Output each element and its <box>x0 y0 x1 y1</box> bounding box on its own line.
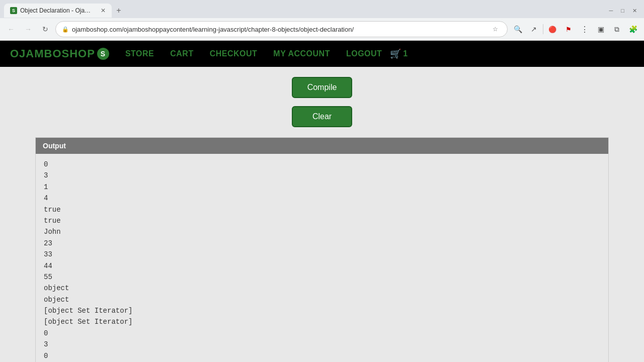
output-line: 1 <box>44 182 600 193</box>
output-line: 0 <box>44 159 600 170</box>
window-controls: ─ □ ✕ <box>606 7 640 15</box>
output-line: 33 <box>44 249 600 260</box>
tab-bar: S Object Declaration - Ojamb... ✕ + ─ □ … <box>0 0 644 18</box>
output-line: 55 <box>44 272 600 283</box>
back-button[interactable]: ← <box>4 22 18 36</box>
output-line: 0 <box>44 350 600 361</box>
nav-logout[interactable]: LOGOUT <box>338 49 390 58</box>
bookmark-button[interactable]: ☆ <box>489 23 501 35</box>
cart-icon: 🛒 <box>390 48 401 59</box>
address-actions: ☆ <box>489 23 501 35</box>
tab-favicon: S <box>10 7 17 14</box>
tab-close-button[interactable]: ✕ <box>101 7 106 14</box>
nav-checkout[interactable]: CHECKOUT <box>202 49 266 58</box>
split-button[interactable]: ⧉ <box>610 22 624 36</box>
output-line: 3 <box>44 170 600 181</box>
clear-button[interactable]: Clear <box>292 106 352 127</box>
nav-store[interactable]: STORE <box>117 49 162 58</box>
nav-cart-icon-area[interactable]: 🛒 1 <box>390 48 408 59</box>
nav-logo[interactable]: OJAMBOSHOP S <box>10 47 109 60</box>
search-button[interactable]: 🔍 <box>511 22 525 36</box>
tab-title: Object Declaration - Ojamb... <box>20 7 96 14</box>
active-tab[interactable]: S Object Declaration - Ojamb... ✕ <box>4 4 112 18</box>
output-line: 4 <box>44 193 600 204</box>
output-line: object <box>44 294 600 305</box>
lock-icon: 🔒 <box>62 26 69 33</box>
nav-my-account[interactable]: MY ACCOUNT <box>265 49 338 58</box>
main-content: Compile Clear Output 0314truetrueJohn233… <box>0 67 644 362</box>
site-nav: OJAMBOSHOP S STORE CART CHECKOUT MY ACCO… <box>0 41 644 67</box>
forward-button[interactable]: → <box>21 22 35 36</box>
output-line: 0 <box>44 328 600 339</box>
nav-logo-icon: S <box>97 48 109 60</box>
browser-chrome: S Object Declaration - Ojamb... ✕ + ─ □ … <box>0 0 644 41</box>
toolbar-right: 🔍 ↗ 🔴 ⚑ ⋮ ▣ ⧉ 🧩 <box>511 22 640 36</box>
share-button[interactable]: ↗ <box>527 22 541 36</box>
output-line: John <box>44 226 600 237</box>
close-button[interactable]: ✕ <box>629 7 640 15</box>
output-line: true <box>44 215 600 226</box>
toolbar-separator <box>543 24 543 34</box>
shield-button[interactable]: ⚑ <box>561 22 576 36</box>
url-input[interactable] <box>72 26 486 33</box>
output-panel: Output 0314truetrueJohn23334455objectobj… <box>35 137 609 362</box>
maximize-button[interactable]: □ <box>618 7 627 15</box>
browser-toolbar: ← → ↻ 🔒 ☆ 🔍 ↗ 🔴 ⚑ ⋮ ▣ ⧉ 🧩 <box>0 18 644 40</box>
minimize-button[interactable]: ─ <box>606 7 616 15</box>
output-header: Output <box>36 138 608 154</box>
new-tab-button[interactable]: + <box>112 4 126 18</box>
output-line: 23 <box>44 238 600 249</box>
extensions-button[interactable]: 🧩 <box>626 22 640 36</box>
output-line: object <box>44 283 600 294</box>
cart-count: 1 <box>403 49 408 58</box>
refresh-button[interactable]: ↻ <box>38 22 52 36</box>
output-line: 44 <box>44 260 600 272</box>
nav-logo-text: OJAMBOSHOP <box>10 47 95 60</box>
output-line: 3 <box>44 339 600 350</box>
compile-button[interactable]: Compile <box>292 77 352 98</box>
sidebar-button[interactable]: ▣ <box>594 22 608 36</box>
nav-cart[interactable]: CART <box>162 49 201 58</box>
output-line: [object Set Iterator] <box>44 316 600 327</box>
address-bar[interactable]: 🔒 ☆ <box>55 21 508 37</box>
output-line: [object Set Iterator] <box>44 305 600 316</box>
settings-button[interactable]: ⋮ <box>578 22 592 36</box>
output-body: 0314truetrueJohn23334455objectobject[obj… <box>36 154 608 362</box>
extension-badge-button[interactable]: 🔴 <box>545 22 559 36</box>
output-line: true <box>44 204 600 215</box>
